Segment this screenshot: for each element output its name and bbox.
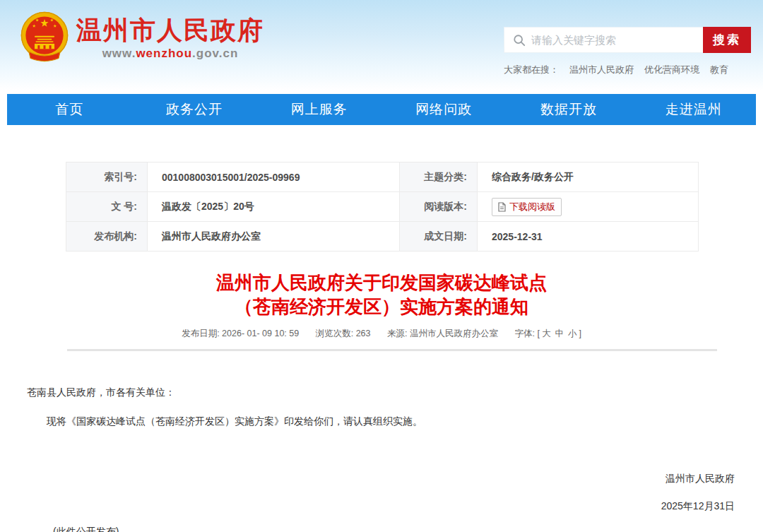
nav-item-open-data[interactable]: 数据开放 — [507, 94, 632, 125]
document-file-icon — [498, 202, 506, 212]
site-url-www: www. — [102, 47, 136, 60]
document-meta-table: 索引号: 001008003015001/2025-09969 主题分类: 综合… — [66, 162, 699, 252]
body-paragraph: 现将《国家碳达峰试点（苍南经济开发区）实施方案》印发给你们，请认真组织实施。 — [27, 415, 735, 427]
site-url-host: wenzhou — [136, 47, 192, 60]
site-identity: 温州市人民政府 www.wenzhou.gov.cn — [76, 11, 264, 61]
site-logo-link[interactable]: 温州市人民政府 www.wenzhou.gov.cn — [18, 11, 264, 64]
search-box — [504, 27, 703, 53]
publish-date-label: 发布日期: — [182, 329, 219, 338]
search-input[interactable] — [531, 34, 703, 46]
national-emblem-icon — [18, 11, 71, 64]
view-count-label: 浏览次数: — [316, 329, 353, 338]
topic-category-label: 主题分类: — [400, 162, 478, 192]
nav-item-about-wenzhou[interactable]: 走进温州 — [631, 94, 756, 125]
site-title: 温州市人民政府 — [76, 16, 264, 45]
doc-number-value: 温政发〔2025〕20号 — [148, 192, 400, 222]
issuing-agency-label: 发布机构: — [66, 222, 148, 252]
download-reading-version-label: 下载阅读版 — [509, 201, 555, 213]
page: 温州市人民政府 www.wenzhou.gov.cn 搜索 大家都在搜：温州市人… — [0, 0, 763, 532]
site-url: www.wenzhou.gov.cn — [76, 47, 264, 61]
publish-date-value: 2026- 01- 09 10: 59 — [222, 329, 299, 338]
doc-number-label: 文 号: — [66, 192, 148, 222]
hot-search-row: 大家都在搜：温州市人民政府优化营商环境教育 — [504, 64, 751, 76]
search-area: 搜索 大家都在搜：温州市人民政府优化营商环境教育 — [504, 27, 751, 76]
table-row: 索引号: 001008003015001/2025-09969 主题分类: 综合… — [66, 162, 699, 192]
document-title-line1: 温州市人民政府关于印发国家碳达峰试点 — [216, 272, 547, 293]
source-label: 来源: — [387, 329, 407, 338]
site-header: 温州市人民政府 www.wenzhou.gov.cn 搜索 大家都在搜：温州市人… — [0, 0, 763, 90]
download-reading-version-button[interactable]: 下载阅读版 — [492, 198, 562, 216]
nav-item-online-services[interactable]: 网上服务 — [256, 94, 382, 125]
section-divider — [67, 349, 717, 351]
font-size-large-button[interactable]: 大 — [542, 329, 551, 338]
reading-version-label: 阅读版本: — [400, 192, 478, 222]
font-size-label: 字体: [ — [514, 329, 539, 338]
view-count-value: 263 — [356, 329, 371, 338]
font-size-bracket-close: ] — [579, 329, 581, 338]
hot-term-link[interactable]: 优化营商环境 — [644, 64, 699, 75]
index-number-label: 索引号: — [66, 162, 148, 192]
index-number-value: 001008003015001/2025-09969 — [148, 162, 400, 192]
salutation-text: 苍南县人民政府，市各有关单位： — [27, 386, 735, 398]
publish-meta-line: 发布日期: 2026- 01- 09 10: 59 浏览次数: 263 来源: … — [0, 328, 763, 340]
public-release-note: (此件公开发布) — [27, 525, 735, 532]
table-row: 发布机构: 温州市人民政府办公室 成文日期: 2025-12-31 — [66, 222, 699, 252]
topic-category-value: 综合政务/政务公开 — [478, 162, 699, 192]
nav-item-gov-info[interactable]: 政务公开 — [132, 94, 257, 125]
document-body: 苍南县人民政府，市各有关单位： 现将《国家碳达峰试点（苍南经济开发区）实施方案》… — [0, 386, 763, 532]
hot-term-link[interactable]: 教育 — [710, 64, 728, 75]
hot-search-label: 大家都在搜： — [504, 64, 559, 75]
sign-date: 2025年12月31日 — [27, 500, 735, 512]
search-button[interactable]: 搜索 — [703, 27, 751, 53]
issuing-agency-value: 温州市人民政府办公室 — [148, 222, 400, 252]
nav-item-home[interactable]: 首页 — [7, 94, 132, 125]
font-size-small-button[interactable]: 小 — [568, 329, 577, 338]
font-size-medium-button[interactable]: 中 — [555, 329, 564, 338]
reading-version-cell: 下载阅读版 — [478, 192, 699, 222]
search-icon — [513, 34, 526, 47]
source-value: 温州市人民政府办公室 — [410, 329, 498, 338]
table-row: 文 号: 温政发〔2025〕20号 阅读版本: 下载阅读版 — [66, 192, 699, 222]
nav-item-public-inquiry[interactable]: 网络问政 — [382, 94, 507, 125]
issue-date-value: 2025-12-31 — [478, 222, 699, 252]
issue-date-label: 成文日期: — [400, 222, 478, 252]
document-title-line2: （苍南经济开发区）实施方案的通知 — [235, 296, 528, 317]
document-title: 温州市人民政府关于印发国家碳达峰试点（苍南经济开发区）实施方案的通知 — [28, 271, 735, 319]
document-content: 索引号: 001008003015001/2025-09969 主题分类: 综合… — [0, 125, 763, 532]
site-url-domain: .gov.cn — [192, 47, 238, 60]
hot-term-link[interactable]: 温州市人民政府 — [569, 64, 634, 75]
main-nav: 首页 政务公开 网上服务 网络问政 数据开放 走进温州 — [7, 94, 756, 125]
signer-name: 温州市人民政府 — [27, 472, 735, 485]
